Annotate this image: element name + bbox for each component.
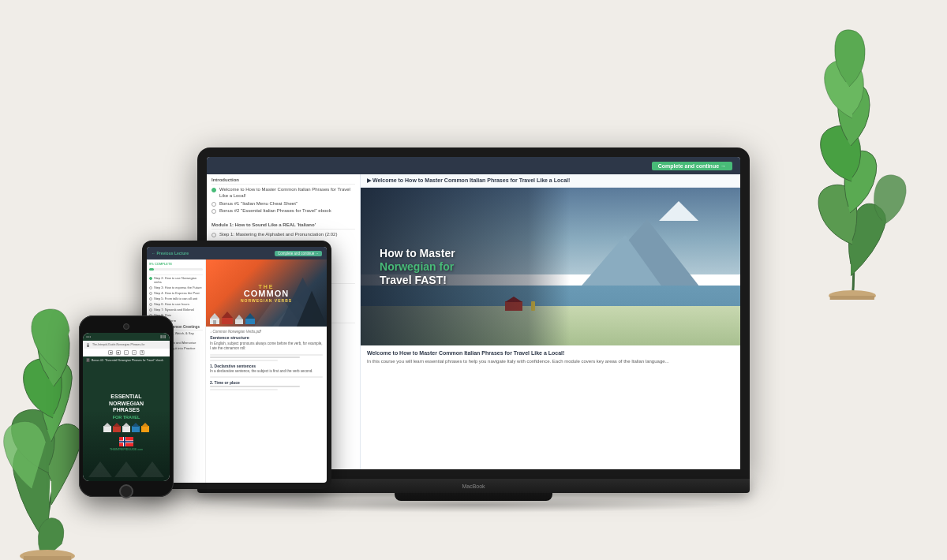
tablet-hero-houses — [210, 312, 255, 324]
laptop-sidebar-item: Welcome to How to Master Common Italian … — [211, 187, 355, 200]
phone-file-icon — [86, 358, 90, 362]
laptop-sidebar-item: Bonus #2 "Essential Italian Phrases for … — [211, 208, 355, 215]
house-body — [132, 426, 140, 432]
tablet-text-line — [210, 389, 278, 390]
phone-back-icon[interactable]: ◀ — [108, 350, 113, 355]
laptop-sidebar-intro: Introduction Welcome to How to Master Co… — [207, 174, 360, 219]
phone-title-text: Bonus #2: "Essential Norwegian Phrases f… — [92, 359, 163, 362]
phone-mountain-3 — [140, 461, 164, 477]
tablet-hero-text: THE COMMON NORWEGIAN VERBS — [241, 284, 292, 303]
video-title-line3: Travel FAST! — [380, 273, 455, 286]
phone-bookmark-icon[interactable]: ☆ — [132, 350, 137, 355]
phone-book-cover: ESSENTIAL NORWEGIAN PHRASES FOR TRAVEL — [83, 364, 170, 481]
phone-body: ●●● ▌▌▌ The-Intrepid-Guide-Norwegian-Phr… — [79, 315, 174, 497]
plant-right — [781, 24, 923, 300]
tablet-text-line — [210, 386, 300, 387]
laptop-sidebar-item: Bonus #1 "Italian Menu Cheat Sheet" — [211, 201, 355, 207]
laptop-sidebar-section-title: Introduction — [211, 177, 355, 185]
phone-title-bar: Bonus #2: "Essential Norwegian Phrases f… — [83, 357, 170, 364]
tablet-sidebar-check-icon — [149, 308, 152, 312]
video-title-line1: How to Master — [380, 247, 455, 259]
phone-cover-line1: ESSENTIAL — [109, 394, 144, 400]
scene: Complete and continue → Introduction Wel… — [39, 24, 908, 536]
phone-status-left: ●●● — [86, 335, 91, 338]
mountain-snow — [659, 201, 698, 221]
svg-rect-18 — [87, 360, 89, 360]
tablet-hero-subtitle: NORWEGIAN VERBS — [241, 298, 292, 303]
house-roof — [122, 423, 130, 427]
sidebar-check-icon — [211, 188, 216, 192]
house-body — [122, 426, 130, 432]
sidebar-check-icon — [211, 209, 216, 214]
phone-device: ●●● ▌▌▌ The-Intrepid-Guide-Norwegian-Phr… — [79, 315, 174, 497]
house-roof — [113, 423, 121, 427]
phone-search-icon[interactable]: ⌕ — [124, 350, 129, 355]
phone-status-bar: ●●● ▌▌▌ — [83, 333, 170, 341]
phone-tabs-icon[interactable]: 3 — [140, 350, 144, 355]
tablet-sidebar-check-icon — [149, 292, 152, 295]
svg-rect-7 — [222, 318, 233, 324]
tablet-progress-bar-bg — [149, 268, 203, 271]
tablet-sidebar-item: Step 7: Nynorsk and Bokmal — [149, 308, 203, 312]
svg-rect-15 — [87, 345, 89, 347]
phone-cover-for: FOR TRAVEL — [113, 415, 140, 420]
phone-mountains — [83, 461, 170, 477]
tablet-sidebar-check-icon — [149, 303, 152, 306]
phone-house-1 — [103, 423, 111, 432]
laptop-lesson-header: ▶ Welcome to How to Master Common Italia… — [361, 174, 740, 188]
tablet-complete-button[interactable]: Complete and continue → — [275, 251, 322, 256]
mountain-2 — [578, 235, 664, 290]
laptop-lesson-text: Welcome to How to Master Common Italian … — [361, 345, 740, 469]
svg-rect-6 — [213, 320, 216, 324]
phone-url-text: The-Intrepid-Guide-Norwegian-Phrases-for — [92, 343, 145, 346]
tablet-numbered-1: 1. Declarative sentences — [210, 364, 323, 368]
tablet-screen: ← Previous Lecture Complete and continue… — [147, 247, 327, 483]
phone-home-button[interactable] — [119, 484, 133, 498]
svg-marker-12 — [245, 313, 255, 319]
tablet-sidebar-check-icon — [149, 286, 152, 289]
svg-marker-10 — [235, 315, 243, 319]
phone-house-2 — [113, 423, 121, 432]
sidebar-check-icon — [211, 233, 216, 237]
tablet-text-line — [210, 376, 323, 378]
tablet-sidebar-item: Step 6: How to use hours — [149, 302, 203, 306]
svg-rect-9 — [235, 319, 243, 324]
tablet-sidebar-item: Step 2: How to use Norwegian verbs — [149, 276, 203, 284]
tablet-download-link[interactable]: ↓ Common Norwegian Verbs.pdf — [210, 330, 323, 334]
tablet-numbered-1-body: In a declarative sentence, the subject i… — [210, 369, 323, 374]
svg-rect-11 — [245, 319, 255, 324]
phone-cover-line2: NORWEGIAN — [109, 401, 144, 407]
phone-camera — [123, 323, 129, 330]
phone-cover-brand: THEINTREPIDGUIDE.com — [110, 448, 143, 451]
tablet-text-line — [210, 354, 323, 356]
laptop-complete-button[interactable]: Complete and continue → — [652, 162, 732, 170]
phone: ●●● ▌▌▌ The-Intrepid-Guide-Norwegian-Phr… — [79, 315, 174, 497]
phone-cover-title: ESSENTIAL NORWEGIAN PHRASES — [109, 394, 144, 413]
laptop-stand — [395, 493, 552, 501]
tablet-sidebar-item: Step 3: How to express the Future — [149, 286, 203, 289]
tablet-sidebar-check-icon — [149, 297, 152, 301]
phone-house-3 — [122, 423, 130, 432]
laptop-topbar: Complete and continue → — [207, 157, 740, 174]
laptop-text-heading: Welcome to How to Master Common Italian … — [367, 350, 734, 356]
phone-house-5 — [141, 423, 149, 432]
laptop-main-content: ▶ Welcome to How to Master Common Italia… — [361, 174, 740, 469]
house-body — [103, 426, 111, 432]
tablet-text-line — [210, 360, 278, 361]
phone-lock-icon — [86, 343, 90, 347]
laptop-text-body: In this course you will learn essential … — [367, 358, 734, 365]
tablet-numbered-2: 2. Time or place — [210, 380, 323, 385]
phone-forward-icon[interactable]: ▶ — [116, 350, 121, 355]
phone-house-4 — [132, 423, 140, 432]
sidebar-check-icon — [211, 202, 216, 207]
tablet-prev-button[interactable]: ← Previous Lecture — [152, 251, 189, 256]
norwegian-flag-icon — [119, 437, 133, 446]
phone-cover-line3: PHRASES — [109, 407, 144, 413]
tablet-section-heading: Sentence structure — [210, 335, 323, 340]
tablet-text-body: In English, subject pronouns always come… — [210, 342, 323, 352]
tablet-common-heading: COMMON — [241, 289, 292, 298]
phone-houses — [103, 423, 149, 432]
house-roof — [141, 423, 149, 427]
tablet-text-line — [210, 357, 300, 358]
tablet-main-content: THE COMMON NORWEGIAN VERBS ↓ Common Norw… — [206, 259, 327, 483]
